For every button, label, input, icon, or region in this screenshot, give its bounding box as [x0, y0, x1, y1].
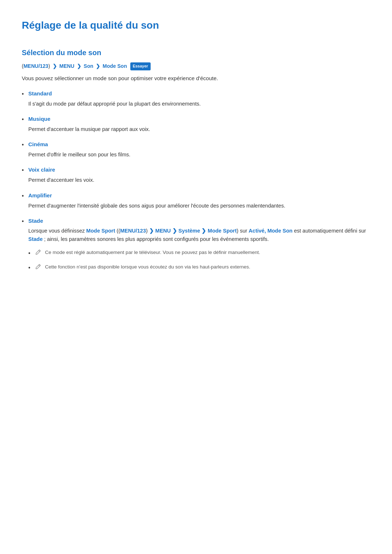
stade-link-mode-sport: Mode Sport [86, 228, 115, 234]
pencil-icon-1 [35, 249, 41, 255]
breadcrumb-sep2: ❯ [77, 63, 83, 69]
item-desc-standard: Il s'agit du mode par défaut approprié p… [28, 101, 201, 107]
item-term-musique: Musique [28, 115, 370, 123]
section-title: Sélection du mode son [22, 47, 370, 58]
stade-notes: Ce mode est réglé automatiquement par le… [28, 249, 370, 271]
breadcrumb: (MENU/123) ❯ MENU ❯ Son ❯ Mode Son Essay… [22, 62, 370, 70]
item-desc-voix-claire: Permet d'accentuer les voix. [28, 177, 94, 183]
breadcrumb-sep1: ❯ [53, 63, 58, 69]
note-text-1: Ce mode est réglé automatiquement par le… [45, 249, 260, 257]
stade-link-stade: Stade [28, 236, 43, 242]
item-term-stade: Stade [28, 217, 370, 225]
sound-mode-list: Standard Il s'agit du mode par défaut ap… [22, 89, 370, 271]
intro-text: Vous pouvez sélectionner un mode son pou… [22, 74, 370, 83]
list-item-amplifier: Amplifier Permet d'augmenter l'intensité… [22, 191, 370, 210]
stade-link-systeme: Système [179, 228, 200, 234]
list-item-cinema: Cinéma Permet d'offrir le meilleur son p… [22, 140, 370, 159]
stade-link-active-mode-son: Activé, Mode Son [249, 228, 293, 234]
pencil-icon-2 [35, 263, 41, 270]
list-item-voix-claire: Voix claire Permet d'accentuer les voix. [22, 165, 370, 184]
breadcrumb-son: Son [84, 63, 93, 69]
list-item-stade: Stade Lorsque vous définissez Mode Sport… [22, 217, 370, 271]
note-text-2: Cette fonction n'est pas disponible lors… [45, 263, 250, 271]
stade-link-menu123: MENU/123 [120, 228, 146, 234]
breadcrumb-menu123: MENU/123 [24, 63, 48, 69]
breadcrumb-menu: MENU [60, 63, 74, 69]
stade-link-menu: MENU [155, 228, 171, 234]
page-title: Réglage de la qualité du son [22, 17, 370, 34]
breadcrumb-sep3: ❯ [96, 63, 102, 69]
breadcrumb-paren-close: ) [48, 63, 50, 69]
note-item-2: Cette fonction n'est pas disponible lors… [28, 263, 370, 271]
essayer-badge[interactable]: Essayer [130, 62, 151, 70]
item-desc-amplifier: Permet d'augmenter l'intensité globale d… [28, 203, 285, 209]
item-desc-stade: Lorsque vous définissez Mode Sport ((MEN… [28, 227, 370, 243]
item-term-amplifier: Amplifier [28, 191, 370, 200]
stade-link-mode-sport-2: Mode Sport [208, 228, 237, 234]
item-desc-cinema: Permet d'offrir le meilleur son pour les… [28, 152, 130, 157]
list-item-musique: Musique Permet d'accentuer la musique pa… [22, 115, 370, 134]
item-term-voix-claire: Voix claire [28, 165, 370, 174]
list-item-standard: Standard Il s'agit du mode par défaut ap… [22, 89, 370, 108]
breadcrumb-mode-son: Mode Son [103, 63, 127, 69]
note-item-1: Ce mode est réglé automatiquement par le… [28, 249, 370, 257]
item-term-standard: Standard [28, 89, 370, 98]
item-desc-musique: Permet d'accentuer la musique par rappor… [28, 126, 150, 132]
item-term-cinema: Cinéma [28, 140, 370, 149]
